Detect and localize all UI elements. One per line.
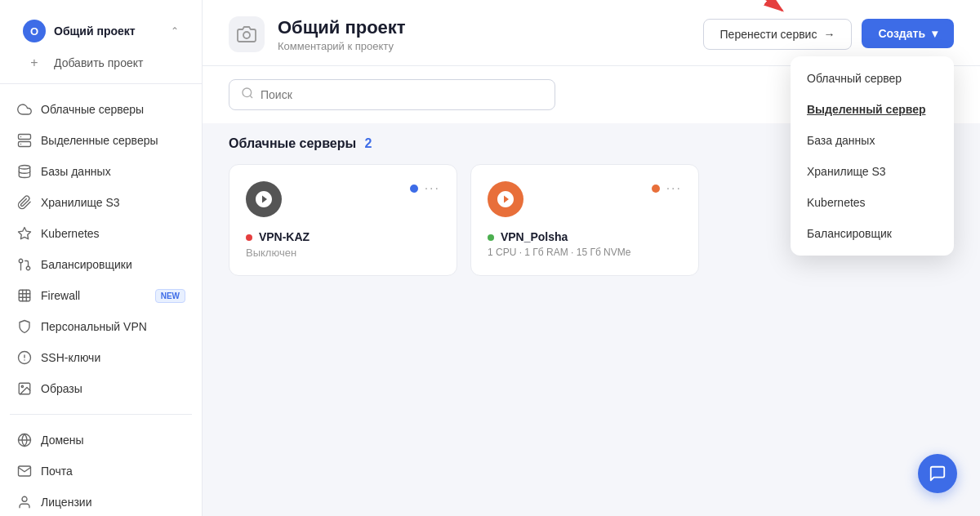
sidebar-item-label: Домены bbox=[41, 434, 185, 447]
sidebar-item-vpn[interactable]: Персональный VPN bbox=[7, 311, 195, 342]
dropdown-item-label: Выделенный сервер bbox=[807, 103, 925, 116]
server-status: Выключен bbox=[246, 247, 440, 259]
sidebar-item-balancers[interactable]: Балансировщики bbox=[7, 249, 195, 280]
project-item[interactable]: О Общий проект ⌃ bbox=[13, 13, 189, 49]
server-specs: 1 CPU · 1 Гб RAM · 15 Гб NVMe bbox=[488, 247, 682, 258]
card-top: ··· bbox=[246, 181, 440, 217]
sidebar-item-label: SSH-ключи bbox=[41, 351, 185, 364]
firewall-icon bbox=[16, 287, 33, 304]
sidebar-item-ssh[interactable]: SSH-ключи bbox=[7, 342, 195, 373]
balancer-icon bbox=[16, 256, 33, 273]
header-left: Общий проект Комментарий к проекту bbox=[229, 16, 406, 52]
main-content: Общий проект Комментарий к проекту Перен… bbox=[203, 0, 980, 516]
dropdown-item-kubernetes[interactable]: Kubernetes bbox=[791, 187, 954, 218]
server-name: VPN_Polsha bbox=[488, 230, 682, 243]
svg-point-25 bbox=[243, 32, 250, 38]
sidebar-nav-group-2: Домены Почта Лицензии SSL-сертификаты bbox=[0, 421, 202, 516]
kubernetes-icon bbox=[16, 225, 33, 242]
arrow-right-icon: → bbox=[823, 28, 835, 41]
server-avatar bbox=[246, 181, 282, 217]
sidebar-item-storage[interactable]: Хранилище S3 bbox=[7, 187, 195, 218]
sidebar-item-label: Облачные серверы bbox=[41, 103, 185, 116]
card-actions: ··· bbox=[410, 181, 440, 196]
dropdown-item-dedicated-server[interactable]: Выделенный сервер bbox=[791, 94, 954, 125]
create-label: Создать bbox=[878, 27, 925, 40]
chat-button[interactable] bbox=[918, 454, 957, 493]
sidebar-item-label: Почта bbox=[41, 465, 185, 478]
server-icon bbox=[16, 132, 33, 149]
server-card-vpn-polsha: ··· VPN_Polsha 1 CPU · 1 Гб RAM · 15 Гб … bbox=[470, 164, 699, 276]
dropdown-item-label: Облачный сервер bbox=[807, 72, 902, 85]
header-actions: Перенести сервис → Создать ▾ Облачный се… bbox=[703, 19, 954, 50]
sidebar-item-label: Персональный VPN bbox=[41, 320, 185, 333]
transfer-label: Перенести сервис bbox=[720, 28, 817, 41]
cloud-icon bbox=[16, 101, 33, 118]
sidebar-item-licenses[interactable]: Лицензии bbox=[7, 487, 195, 516]
section-title: Облачные серверы bbox=[229, 136, 356, 150]
sidebar-item-label: Балансировщики bbox=[41, 258, 185, 271]
sidebar-item-cloud-servers[interactable]: Облачные серверы bbox=[7, 94, 195, 125]
svg-point-21 bbox=[22, 496, 27, 501]
sidebar-divider bbox=[10, 414, 192, 415]
chevron-up-icon: ⌃ bbox=[171, 25, 179, 37]
card-top: ··· bbox=[488, 181, 682, 217]
sidebar-item-label: Хранилище S3 bbox=[41, 196, 185, 209]
svg-point-27 bbox=[243, 88, 252, 97]
status-dot bbox=[410, 185, 418, 193]
dropdown-item-cloud-server[interactable]: Облачный сервер bbox=[791, 63, 954, 94]
sidebar-item-label: Базы данных bbox=[41, 165, 185, 178]
search-inner bbox=[229, 79, 555, 110]
chevron-down-icon: ▾ bbox=[932, 27, 938, 40]
card-menu-button[interactable]: ··· bbox=[425, 181, 440, 196]
svg-marker-5 bbox=[19, 228, 31, 239]
sidebar-item-firewall[interactable]: Firewall NEW bbox=[7, 280, 195, 311]
project-avatar bbox=[229, 16, 265, 52]
search-input[interactable] bbox=[261, 88, 543, 101]
sidebar: О Общий проект ⌃ + Добавить проект Облач… bbox=[0, 0, 203, 516]
status-indicator bbox=[246, 234, 252, 241]
plus-icon: + bbox=[23, 56, 46, 70]
sidebar-item-images[interactable]: Образы bbox=[7, 373, 195, 404]
sidebar-item-label: Выделенные серверы bbox=[41, 134, 185, 147]
sidebar-item-domains[interactable]: Домены bbox=[7, 425, 195, 456]
sidebar-top: О Общий проект ⌃ + Добавить проект bbox=[0, 0, 202, 84]
header-title-group: Общий проект Комментарий к проекту bbox=[278, 17, 406, 52]
search-icon bbox=[241, 87, 254, 103]
server-name: VPN-KAZ bbox=[246, 230, 440, 243]
new-badge: NEW bbox=[155, 289, 185, 303]
server-card-vpn-kaz: ··· VPN-KAZ Выключен bbox=[229, 164, 457, 276]
dropdown-item-database[interactable]: База данных bbox=[791, 125, 954, 156]
sidebar-item-databases[interactable]: Базы данных bbox=[7, 156, 195, 187]
create-dropdown-menu: Облачный сервер Выделенный сервер База д… bbox=[791, 56, 954, 256]
project-icon: О bbox=[23, 20, 46, 42]
sidebar-item-dedicated-servers[interactable]: Выделенные серверы bbox=[7, 125, 195, 156]
svg-rect-9 bbox=[19, 290, 30, 301]
dropdown-item-label: Балансировщик bbox=[807, 227, 892, 240]
project-name: Общий проект bbox=[54, 24, 163, 38]
sidebar-item-label: Kubernetes bbox=[41, 227, 185, 240]
add-project-label: Добавить проект bbox=[54, 56, 143, 69]
add-project-item[interactable]: + Добавить проект bbox=[13, 49, 189, 77]
status-dot bbox=[652, 185, 660, 193]
server-avatar bbox=[488, 181, 523, 217]
ssh-icon bbox=[16, 349, 33, 366]
transfer-button[interactable]: Перенести сервис → bbox=[703, 19, 853, 50]
card-menu-button[interactable]: ··· bbox=[666, 181, 682, 196]
svg-rect-1 bbox=[19, 142, 31, 147]
status-indicator bbox=[488, 234, 494, 241]
license-icon bbox=[16, 494, 33, 510]
sidebar-item-kubernetes[interactable]: Kubernetes bbox=[7, 218, 195, 249]
dropdown-item-balancer[interactable]: Балансировщик bbox=[791, 218, 954, 249]
image-icon bbox=[16, 380, 33, 397]
database-icon bbox=[16, 163, 33, 180]
project-subtitle: Комментарий к проекту bbox=[278, 40, 406, 52]
sidebar-nav-group-1: Облачные серверы Выделенные серверы Базы… bbox=[0, 91, 202, 407]
dropdown-item-storage[interactable]: Хранилище S3 bbox=[791, 156, 954, 187]
create-button[interactable]: Создать ▾ bbox=[862, 19, 954, 48]
svg-line-28 bbox=[250, 96, 252, 98]
globe-icon bbox=[16, 432, 33, 448]
vpn-icon bbox=[16, 318, 33, 335]
sidebar-item-mail[interactable]: Почта bbox=[7, 456, 195, 487]
svg-point-18 bbox=[21, 385, 23, 387]
main-header: Общий проект Комментарий к проекту Перен… bbox=[203, 0, 980, 66]
